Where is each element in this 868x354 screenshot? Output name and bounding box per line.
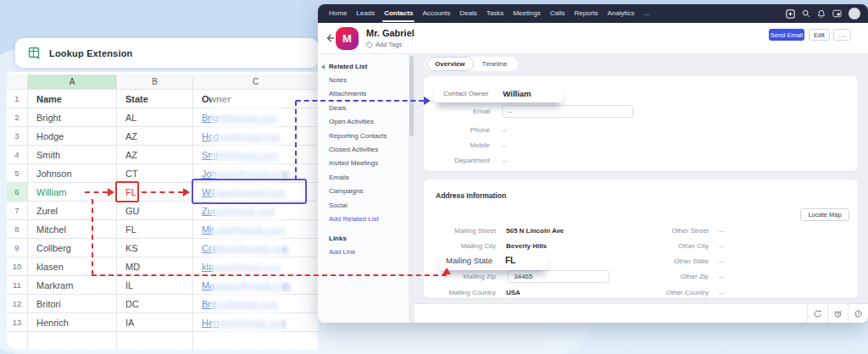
- nav-item-leads[interactable]: Leads: [356, 4, 375, 23]
- user-avatar[interactable]: [849, 8, 860, 19]
- more-actions-button[interactable]: ...: [833, 29, 851, 41]
- address-field-row: Mailing Zip34465: [424, 270, 609, 283]
- row-number-cell[interactable]: 11: [7, 276, 28, 295]
- sidebar-item-campaigns[interactable]: Campaigns: [329, 185, 409, 198]
- address-field-value: --: [719, 227, 723, 235]
- state-cell[interactable]: IL: [117, 276, 193, 295]
- column-header-c[interactable]: C: [193, 75, 318, 90]
- row-number-cell[interactable]: 1: [7, 90, 28, 108]
- create-plus-icon[interactable]: [786, 9, 795, 19]
- sidebar-item-invited-meetings[interactable]: Invited Meetings: [329, 157, 409, 170]
- add-related-list-link[interactable]: Add Related List: [329, 213, 409, 226]
- name-cell[interactable]: Zurel: [28, 202, 117, 220]
- name-cell[interactable]: Britori: [28, 295, 117, 313]
- nav-item-contacts[interactable]: Contacts: [384, 4, 413, 23]
- nav-item-meetings[interactable]: Meetings: [513, 4, 540, 23]
- locate-map-button[interactable]: Locate Map: [800, 208, 849, 221]
- row-number-cell[interactable]: 6: [7, 183, 28, 202]
- name-cell[interactable]: Markram: [28, 276, 117, 295]
- column-header-a[interactable]: A: [28, 75, 117, 90]
- add-tags-button[interactable]: Add Tags: [366, 41, 402, 48]
- nav-item-reports[interactable]: Reports: [574, 4, 598, 23]
- mailing-state-highlight: Mailing State FL: [439, 250, 548, 270]
- address-field-value: USA: [506, 289, 520, 296]
- sidebar-scrollbar-thumb[interactable]: [409, 56, 414, 136]
- nav-item-more[interactable]: ...: [643, 4, 649, 23]
- refresh-icon[interactable]: [807, 304, 827, 323]
- related-list-sidebar: Related List NotesAttachmentsDealsOpen A…: [318, 54, 409, 323]
- row-number-cell[interactable]: 9: [7, 239, 28, 257]
- blue-arrow-vertical: [295, 101, 297, 180]
- name-cell[interactable]: klasen: [28, 257, 117, 276]
- nav-item-calls[interactable]: Calls: [550, 4, 565, 23]
- state-cell[interactable]: DC: [117, 295, 193, 313]
- history-icon[interactable]: [848, 304, 868, 323]
- sidebar-item-closed-activities[interactable]: Closed Activities: [329, 143, 409, 157]
- detail-field-label: Department: [424, 157, 490, 164]
- empty-cell: [117, 332, 193, 350]
- address-field-label: Other State: [636, 257, 709, 265]
- address-field-label: Other Country: [636, 289, 709, 296]
- add-link-link[interactable]: Add Link: [329, 246, 409, 259]
- state-cell[interactable]: MD: [117, 257, 193, 276]
- back-arrow-icon[interactable]: [325, 33, 335, 43]
- sidebar-item-emails[interactable]: Emails: [329, 171, 409, 185]
- alarm-icon[interactable]: [827, 304, 848, 323]
- nav-item-tasks[interactable]: Tasks: [487, 4, 504, 23]
- row-number-cell[interactable]: 7: [7, 202, 28, 220]
- nav-item-analytics[interactable]: Analytics: [607, 4, 634, 23]
- mailing-zip-input[interactable]: 34465: [508, 270, 609, 283]
- column-header-b[interactable]: B: [117, 75, 193, 90]
- row-number-cell[interactable]: 2: [7, 108, 28, 127]
- name-cell[interactable]: Name: [28, 90, 117, 108]
- recent-panel-icon[interactable]: [832, 9, 842, 18]
- tab-timeline[interactable]: Timeline: [474, 58, 516, 70]
- address-field-row: Mailing CountryUSA: [424, 286, 520, 299]
- nav-right-icons: [786, 4, 868, 23]
- notification-bell-icon[interactable]: [817, 9, 826, 19]
- sidebar-item-notes[interactable]: Notes: [329, 74, 409, 87]
- sidebar-item-deals[interactable]: Deals: [329, 102, 409, 115]
- nav-item-accounts[interactable]: Accounts: [422, 4, 450, 23]
- sidebar-collapse-icon[interactable]: [321, 64, 325, 69]
- name-cell[interactable]: Johnson: [28, 164, 117, 183]
- tab-overview[interactable]: Overview: [426, 57, 474, 71]
- edit-button[interactable]: Edit: [809, 29, 830, 41]
- nav-item-home[interactable]: Home: [329, 4, 347, 23]
- detail-field-label: Mobile: [424, 141, 490, 149]
- name-cell[interactable]: Bright: [28, 108, 117, 127]
- name-cell[interactable]: Collberg: [28, 239, 117, 257]
- blue-arrow-horizontal: [296, 100, 424, 102]
- state-cell[interactable]: GU: [117, 202, 193, 220]
- state-cell[interactable]: AL: [117, 108, 193, 127]
- row-number-cell[interactable]: 10: [7, 257, 28, 276]
- search-icon[interactable]: [802, 9, 810, 18]
- state-cell[interactable]: IA: [117, 313, 193, 332]
- state-cell[interactable]: FL: [117, 220, 193, 239]
- state-cell[interactable]: AZ: [117, 146, 193, 164]
- sidebar-item-social[interactable]: Social: [329, 199, 409, 213]
- state-cell[interactable]: State: [117, 90, 193, 108]
- crm-top-nav: HomeLeadsContactsAccountsDealsTasksMeeti…: [318, 4, 868, 23]
- email-input[interactable]: --: [502, 105, 633, 118]
- name-cell[interactable]: Smith: [28, 146, 117, 164]
- address-field-label: Mailing Street: [424, 227, 496, 235]
- state-cell[interactable]: CT: [117, 164, 193, 183]
- contact-owner-highlight: Contact Owner William: [434, 84, 563, 102]
- row-number-cell[interactable]: 3: [7, 127, 28, 146]
- nav-item-deals[interactable]: Deals: [459, 4, 476, 23]
- send-email-button[interactable]: Send Email: [769, 29, 804, 41]
- row-number-cell[interactable]: 5: [7, 164, 28, 183]
- sidebar-item-open-activities[interactable]: Open Activities: [329, 115, 409, 129]
- name-cell[interactable]: Henrich: [28, 313, 117, 332]
- sidebar-item-reporting-contacts[interactable]: Reporting Contacts: [329, 130, 409, 143]
- address-field-label: Mailing Country: [424, 289, 496, 296]
- row-number-cell[interactable]: 13: [7, 313, 28, 332]
- row-number-cell[interactable]: 4: [7, 146, 28, 164]
- row-number-cell[interactable]: 8: [7, 220, 28, 239]
- state-cell[interactable]: AZ: [117, 127, 193, 146]
- name-cell[interactable]: Mitchel: [28, 220, 117, 239]
- row-number-cell[interactable]: 12: [7, 295, 28, 313]
- state-cell[interactable]: KS: [117, 239, 193, 257]
- name-cell[interactable]: Hodge: [28, 127, 117, 146]
